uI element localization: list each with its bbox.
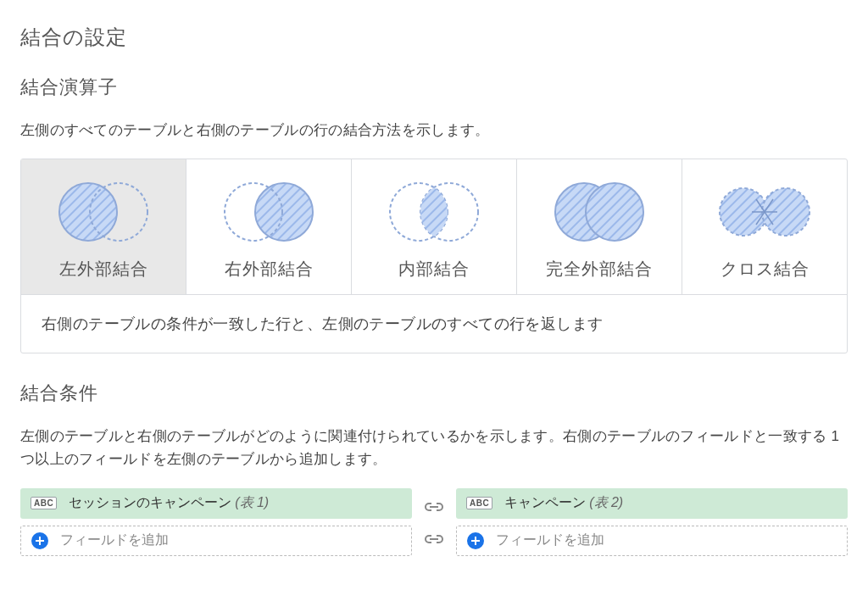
left-field-name: セッションのキャンペーン [69, 494, 231, 512]
text-type-icon: ABC [31, 497, 57, 509]
svg-point-6 [255, 183, 313, 241]
add-field-label: フィールドを追加 [496, 531, 604, 549]
svg-point-2 [59, 183, 117, 241]
svg-point-17 [586, 183, 643, 241]
condition-section-title: 結合条件 [20, 381, 848, 406]
venn-full-outer-icon [544, 178, 654, 246]
left-field-chip[interactable]: ABC セッションのキャンペーン (表 1) [20, 488, 412, 519]
venn-right-outer-icon [214, 178, 324, 246]
join-option-inner[interactable]: 内部結合 [352, 159, 517, 294]
join-option-left-outer[interactable]: 左外部結合 [21, 159, 186, 294]
operator-section-title: 結合演算子 [20, 75, 848, 100]
left-add-field-button[interactable]: フィールドを追加 [20, 526, 412, 556]
right-condition-column: ABC キャンペーン (表 2) フィールドを追加 [456, 488, 848, 556]
join-option-label: 右外部結合 [193, 258, 344, 281]
join-option-label: クロス結合 [689, 258, 840, 281]
left-field-suffix: (表 1) [235, 494, 269, 512]
right-add-field-button[interactable]: フィールドを追加 [456, 526, 848, 556]
join-option-right-outer[interactable]: 右外部結合 [186, 159, 352, 294]
selected-join-description: 右側のテーブルの条件が一致した行と、左側のテーブルのすべての行を返します [21, 294, 847, 353]
link-icon [422, 531, 446, 548]
right-field-chip[interactable]: ABC キャンペーン (表 2) [456, 488, 848, 519]
plus-icon [31, 532, 48, 549]
link-icon-column [422, 497, 446, 548]
join-operator-block: 左外部結合 右外部結合 [20, 159, 848, 353]
svg-point-13 [420, 183, 478, 241]
join-options-row: 左外部結合 右外部結合 [21, 159, 847, 294]
page-title: 結合の設定 [20, 24, 848, 51]
right-field-suffix: (表 2) [589, 494, 623, 512]
plus-icon [467, 532, 484, 549]
add-field-label: フィールドを追加 [60, 531, 169, 549]
join-option-label: 完全外部結合 [524, 258, 675, 281]
venn-cross-icon [709, 178, 820, 246]
text-type-icon: ABC [466, 497, 492, 509]
venn-left-outer-icon [48, 178, 159, 246]
left-condition-column: ABC セッションのキャンペーン (表 1) フィールドを追加 [20, 488, 412, 556]
venn-inner-icon [379, 178, 489, 246]
operator-description: 左側のすべてのテーブルと右側のテーブルの行の結合方法を示します。 [20, 119, 848, 142]
join-conditions: ABC セッションのキャンペーン (表 1) フィールドを追加 ABC キャンペ… [20, 488, 848, 556]
join-option-cross[interactable]: クロス結合 [682, 159, 847, 294]
right-field-name: キャンペーン [504, 494, 586, 512]
join-option-label: 左外部結合 [28, 258, 179, 281]
join-option-label: 内部結合 [359, 258, 509, 281]
link-icon [422, 498, 446, 515]
condition-description: 左側のテーブルと右側のテーブルがどのように関連付けられているかを示します。右側の… [20, 425, 848, 470]
join-option-full-outer[interactable]: 完全外部結合 [517, 159, 682, 294]
